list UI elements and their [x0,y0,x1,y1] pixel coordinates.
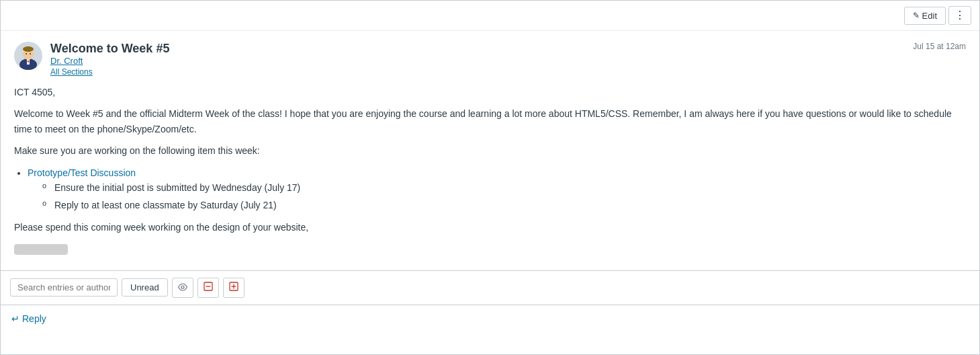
avatar-image [14,42,42,70]
author-details: Welcome to Week #5 Dr. Croft All Section… [50,42,169,77]
sub-bullet-2: Reply to at least one classmate by Satur… [54,198,966,212]
filter-bar: Unread [1,271,979,305]
reply-label: Reply [22,313,46,324]
sub-bullet-1: Ensure the initial post is submitted by … [54,180,966,195]
sub-list: Ensure the initial post is submitted by … [54,180,966,213]
svg-point-6 [26,53,27,54]
bullet-1: Prototype/Test Discussion Ensure the ini… [28,165,966,213]
unread-button[interactable]: Unread [122,278,168,297]
svg-point-7 [30,53,31,54]
body-p2: Make sure you are working on the followi… [14,143,966,158]
unread-label: Unread [130,282,159,292]
post-title: Welcome to Week #5 [50,42,169,56]
post-author-info: Welcome to Week #5 Dr. Croft All Section… [14,42,169,77]
search-input[interactable] [10,278,118,297]
pencil-icon: ✎ [913,11,920,20]
top-toolbar: ✎ Edit ⋮ [1,1,979,31]
avatar [14,42,42,70]
svg-point-8 [181,286,184,288]
author-name[interactable]: Dr. Croft [50,56,169,66]
reply-link[interactable]: ↵ Reply [11,313,46,324]
body-p3: Please spend this coming week working on… [14,220,966,235]
expand-button[interactable] [223,278,244,298]
page-wrapper: ✎ Edit ⋮ [0,0,980,355]
bullet-1-text: Prototype/Test Discussion [28,167,136,178]
reply-bar: ↵ Reply [1,305,979,332]
eye-button[interactable] [172,278,193,298]
body-greeting: ICT 4505, [14,85,966,100]
post-header: Welcome to Week #5 Dr. Croft All Section… [14,42,966,77]
author-signature [14,244,68,255]
body-p1: Welcome to Week #5 and the official Midt… [14,106,966,136]
eye-icon [177,282,188,293]
more-options-icon: ⋮ [954,9,965,21]
expand-icon [229,282,238,293]
reply-arrow-icon: ↵ [11,313,19,324]
post-timestamp: Jul 15 at 12am [913,42,966,51]
post-area: Welcome to Week #5 Dr. Croft All Section… [1,31,979,271]
post-body: ICT 4505, Welcome to Week #5 and the off… [14,85,966,260]
collapse-button[interactable] [197,278,219,298]
edit-label: Edit [922,11,937,21]
more-options-button[interactable]: ⋮ [948,6,971,25]
body-list: Prototype/Test Discussion Ensure the ini… [28,165,966,213]
all-sections-link[interactable]: All Sections [50,67,169,77]
edit-button[interactable]: ✎ Edit [904,7,946,25]
svg-point-5 [23,46,34,52]
collapse-icon [204,282,213,293]
